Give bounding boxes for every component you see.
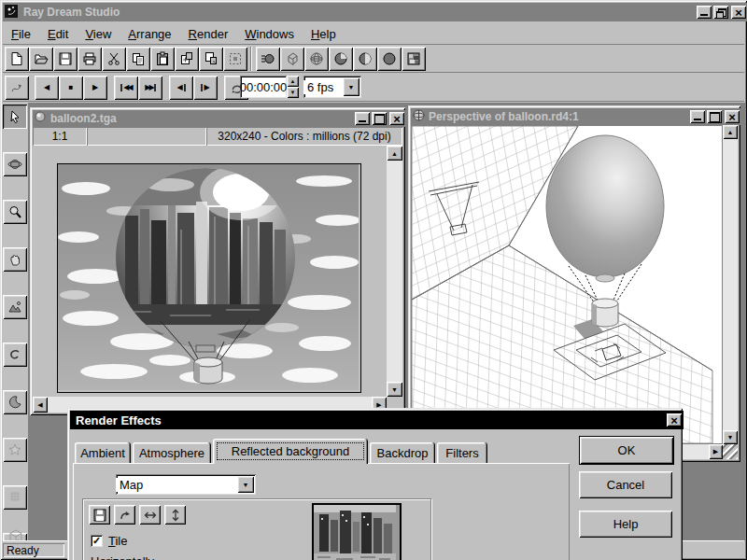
shaded-preview-icon: [333, 51, 348, 66]
go-end-button[interactable]: ▶▶: [138, 76, 162, 100]
image-window-titlebar[interactable]: balloon2.tga ×: [33, 110, 406, 127]
tile-checkbox[interactable]: ✓: [91, 535, 103, 547]
map-select[interactable]: Map ▼: [116, 474, 256, 495]
selection-marquee-button[interactable]: [223, 47, 247, 71]
perspective-canvas[interactable]: [411, 125, 723, 444]
rotate-map-button[interactable]: [114, 505, 135, 525]
frame-forward-button[interactable]: ▶: [193, 76, 218, 100]
menu-edit[interactable]: Edit: [39, 24, 77, 44]
save-button[interactable]: [53, 47, 78, 71]
shaded-preview-button[interactable]: [329, 47, 353, 71]
grid-tool[interactable]: [3, 485, 27, 510]
perspective-close-button[interactable]: ×: [725, 110, 740, 123]
fps-select[interactable]: 6 fps ▼: [303, 76, 361, 98]
textured-preview-button[interactable]: [402, 47, 426, 71]
menu-view[interactable]: View: [77, 24, 120, 44]
map-options-group: ✓ Tile Horizontally: [82, 498, 431, 560]
crescent-preview-button[interactable]: [377, 47, 402, 71]
dialog-close-button[interactable]: ×: [667, 413, 682, 427]
menu-render[interactable]: Render: [180, 24, 237, 44]
halfshaded-preview-button[interactable]: [353, 47, 377, 71]
globe-preview-button[interactable]: [304, 47, 329, 71]
menu-file[interactable]: File: [3, 24, 39, 44]
copy-button[interactable]: [126, 47, 150, 71]
place-behind-button[interactable]: [175, 47, 199, 71]
frame-back-button[interactable]: ◀: [169, 76, 193, 100]
scroll-up-button[interactable]: ▲: [723, 125, 738, 139]
perspective-titlebar[interactable]: Perspective of balloon.rd4:1 ×: [411, 108, 741, 125]
up-icon: ▲: [391, 150, 398, 157]
cut-button[interactable]: [102, 47, 126, 71]
duplicate-button[interactable]: [199, 47, 223, 71]
map-thumbnail[interactable]: [312, 503, 402, 560]
tab-filters[interactable]: Filters: [437, 442, 487, 463]
menu-arrange[interactable]: Arrange: [120, 24, 179, 44]
image-minimize-button[interactable]: [355, 112, 370, 125]
close-icon: ×: [735, 7, 742, 19]
open-button[interactable]: [29, 47, 53, 71]
print-button[interactable]: [78, 47, 102, 71]
new-button[interactable]: [5, 47, 29, 71]
hand-tool[interactable]: [3, 247, 27, 272]
time-spin-up[interactable]: ▲: [287, 76, 299, 87]
scroll-left-button[interactable]: ◀: [33, 397, 48, 413]
resize-grip[interactable]: [723, 444, 738, 459]
better-preview-button[interactable]: [256, 47, 280, 71]
close-button[interactable]: ×: [731, 6, 746, 19]
ok-button[interactable]: OK: [579, 436, 674, 465]
play-icon: ▶: [92, 83, 98, 91]
flip-horizontal-button[interactable]: [139, 505, 161, 525]
render-effects-dialog: Render Effects × Ambient Atmosphere Refl…: [67, 408, 683, 560]
orbit-tool[interactable]: [3, 152, 27, 176]
scroll-down-button[interactable]: ▼: [387, 382, 402, 397]
minimize-button[interactable]: [697, 6, 712, 19]
time-spinner: ▲ ▼: [287, 76, 299, 98]
save-map-icon: [93, 509, 106, 522]
terrain-tool[interactable]: [3, 295, 27, 319]
spline-button[interactable]: [5, 76, 29, 100]
scroll-up-button[interactable]: ▲: [387, 146, 402, 161]
flip-vertical-button[interactable]: [164, 505, 186, 525]
swirl-tool[interactable]: [3, 343, 27, 367]
paste-button[interactable]: [150, 47, 175, 71]
dialog-titlebar[interactable]: Render Effects ×: [70, 411, 684, 429]
time-spin-down[interactable]: ▼: [287, 87, 299, 98]
menu-windows[interactable]: Windows: [236, 24, 303, 44]
time-field[interactable]: 00:00:00: [240, 76, 287, 98]
zoom-tool[interactable]: [3, 200, 27, 224]
tab-atmosphere[interactable]: Atmosphere: [133, 442, 211, 463]
play-button[interactable]: ▶: [83, 76, 107, 100]
save-icon: [58, 51, 73, 66]
scroll-track[interactable]: [387, 161, 402, 382]
menu-help[interactable]: Help: [303, 24, 345, 44]
star-tool[interactable]: [3, 438, 27, 462]
fps-value: 6 fps: [303, 80, 341, 94]
tab-reflected-background[interactable]: Reflected background: [213, 439, 368, 464]
fps-dropdown-button[interactable]: ▼: [343, 77, 359, 96]
pointer-tool[interactable]: [3, 105, 27, 129]
scroll-right-button[interactable]: ▶: [709, 444, 723, 459]
scroll-track[interactable]: [723, 139, 738, 430]
wireframe-preview-button[interactable]: [280, 47, 304, 71]
rendered-image[interactable]: [57, 163, 361, 393]
tile-option[interactable]: ✓ Tile: [91, 534, 127, 548]
perspective-maximize-button[interactable]: [707, 110, 722, 123]
rotate-object-tool[interactable]: [3, 390, 27, 414]
scroll-down-button[interactable]: ▼: [723, 430, 738, 444]
image-maximize-button[interactable]: [372, 112, 387, 125]
cancel-button[interactable]: Cancel: [579, 471, 672, 498]
perspective-minimize-button[interactable]: [690, 110, 705, 123]
city-thumbnail: [314, 505, 396, 560]
go-start-button[interactable]: ◀◀: [114, 76, 138, 100]
main-titlebar[interactable]: Ray Dream Studio ×: [3, 3, 747, 21]
tab-backdrop[interactable]: Backdrop: [370, 442, 435, 463]
tab-ambient[interactable]: Ambient: [75, 442, 131, 463]
help-button[interactable]: Help: [579, 511, 672, 538]
restore-button[interactable]: [713, 6, 728, 19]
frame-forward-icon: ▶: [204, 83, 209, 91]
map-dropdown-button[interactable]: ▼: [237, 476, 254, 493]
stop-button[interactable]: ■: [59, 76, 83, 100]
image-close-button[interactable]: ×: [389, 112, 404, 125]
save-map-button[interactable]: [89, 505, 110, 525]
play-reverse-button[interactable]: ◀: [35, 76, 59, 100]
